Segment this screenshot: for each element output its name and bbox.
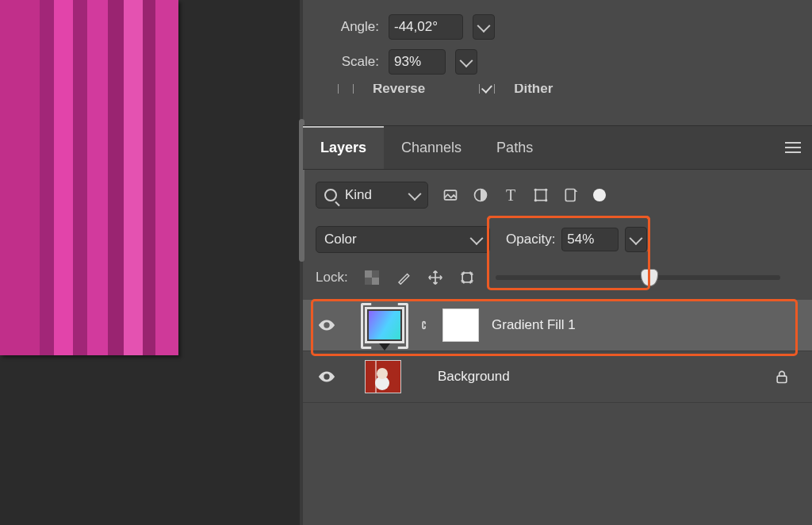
svg-rect-10 bbox=[372, 278, 379, 285]
scale-input[interactable] bbox=[389, 49, 446, 75]
svg-rect-11 bbox=[462, 273, 472, 282]
angle-label: Angle: bbox=[320, 19, 379, 35]
tab-paths[interactable]: Paths bbox=[479, 126, 550, 169]
adjustment-icon[interactable] bbox=[473, 187, 488, 203]
layer-thumbnail-gradient[interactable] bbox=[365, 307, 404, 343]
layer-mask-thumbnail[interactable] bbox=[442, 308, 479, 342]
reverse-checkbox[interactable] bbox=[338, 84, 354, 94]
tab-paths-label: Paths bbox=[496, 140, 533, 156]
opacity-label: Opacity: bbox=[506, 232, 555, 247]
hamburger-icon bbox=[785, 147, 801, 148]
scale-label: Scale: bbox=[320, 54, 379, 70]
layer-thumbnail-background[interactable] bbox=[365, 360, 401, 393]
lock-pixels-icon[interactable] bbox=[396, 270, 412, 285]
scale-dropdown-button[interactable] bbox=[455, 49, 477, 75]
angle-dropdown-button[interactable] bbox=[473, 14, 495, 40]
visibility-toggle[interactable] bbox=[317, 316, 336, 335]
angle-input[interactable] bbox=[389, 14, 463, 40]
opacity-dropdown-button[interactable] bbox=[625, 227, 647, 252]
reverse-label: Reverse bbox=[373, 84, 425, 94]
lock-label: Lock: bbox=[316, 270, 348, 285]
svg-point-4 bbox=[545, 189, 547, 191]
layer-row-background[interactable]: Background bbox=[303, 351, 812, 403]
svg-rect-12 bbox=[777, 376, 787, 382]
blend-opacity-row: Color Opacity: bbox=[316, 224, 812, 255]
svg-point-6 bbox=[545, 199, 547, 201]
dither-checkbox[interactable] bbox=[479, 84, 495, 94]
layers-panel: Angle: Scale: Reverse Dither Layers Chan… bbox=[300, 0, 812, 525]
canvas-preview[interactable] bbox=[0, 0, 178, 355]
tab-channels-label: Channels bbox=[401, 140, 462, 156]
svg-rect-9 bbox=[365, 270, 372, 278]
lock-row: Lock: bbox=[316, 262, 799, 293]
blend-mode-dropdown[interactable]: Color bbox=[316, 226, 490, 253]
svg-point-3 bbox=[534, 189, 537, 191]
lock-artboard-icon[interactable] bbox=[459, 270, 475, 285]
opacity-group: Opacity: bbox=[501, 222, 653, 257]
tab-layers-label: Layers bbox=[320, 140, 366, 156]
svg-point-5 bbox=[534, 199, 537, 201]
layer-filter-row: Kind T bbox=[316, 181, 799, 209]
search-icon bbox=[324, 189, 337, 201]
opacity-slider-track[interactable] bbox=[496, 275, 780, 280]
layer-name[interactable]: Background bbox=[438, 369, 761, 385]
tab-channels[interactable]: Channels bbox=[384, 126, 479, 169]
blend-mode-value: Color bbox=[324, 232, 357, 247]
panel-tabs: Layers Channels Paths bbox=[303, 125, 812, 170]
shape-icon[interactable] bbox=[533, 187, 549, 203]
panel-menu-button[interactable] bbox=[774, 126, 812, 169]
image-icon[interactable] bbox=[442, 187, 458, 203]
layer-name[interactable]: Gradient Fill 1 bbox=[492, 317, 790, 333]
lock-transparency-icon[interactable] bbox=[364, 270, 380, 285]
dither-label: Dither bbox=[514, 84, 553, 94]
mask-link-icon[interactable] bbox=[417, 316, 430, 335]
opacity-input[interactable] bbox=[561, 228, 619, 251]
gradient-fill-options: Angle: Scale: Reverse Dither bbox=[320, 0, 807, 94]
filter-kind-dropdown[interactable]: Kind bbox=[316, 182, 428, 209]
type-icon[interactable]: T bbox=[503, 187, 519, 203]
smartobject-icon[interactable] bbox=[563, 187, 579, 203]
lock-icon bbox=[774, 369, 790, 385]
opacity-slider-thumb[interactable] bbox=[641, 269, 658, 286]
lock-position-icon[interactable] bbox=[427, 270, 443, 285]
svg-rect-2 bbox=[535, 190, 546, 200]
filter-toggle-icon[interactable] bbox=[593, 189, 606, 201]
tab-layers[interactable]: Layers bbox=[303, 126, 384, 169]
svg-rect-7 bbox=[565, 190, 575, 201]
layer-list: Gradient Fill 1 Background bbox=[303, 300, 812, 525]
layer-row-gradient-fill-1[interactable]: Gradient Fill 1 bbox=[303, 300, 812, 351]
visibility-toggle[interactable] bbox=[317, 367, 336, 386]
filter-kind-label: Kind bbox=[345, 187, 372, 203]
